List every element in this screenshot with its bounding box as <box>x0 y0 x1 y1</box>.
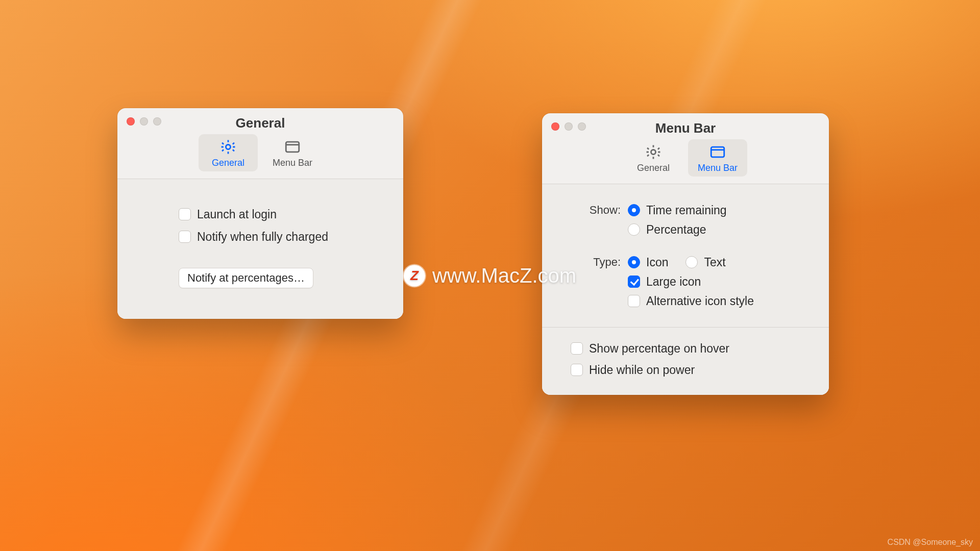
minimize-button[interactable] <box>140 117 148 126</box>
tab-menu-bar-label: Menu Bar <box>698 163 738 173</box>
tab-menu-bar-label: Menu Bar <box>273 158 312 168</box>
window-title: General <box>126 115 395 131</box>
radio-label: Time remaining <box>646 203 727 218</box>
radio-text-type[interactable]: Text <box>685 255 725 270</box>
zoom-button[interactable] <box>578 122 586 131</box>
checkbox-hide-on-power[interactable]: Hide while on power <box>571 362 812 378</box>
checkbox-hover-percentage[interactable]: Show percentage on hover <box>571 341 812 356</box>
radio-icon <box>628 223 640 236</box>
checkbox-icon <box>571 342 583 355</box>
zoom-button[interactable] <box>153 117 161 126</box>
radio-label: Percentage <box>646 222 706 237</box>
gear-icon <box>219 138 237 156</box>
svg-rect-1 <box>286 142 299 152</box>
radio-percentage[interactable]: Percentage <box>628 222 727 237</box>
svg-point-3 <box>651 149 655 154</box>
checkbox-label: Alternative icon style <box>646 293 754 309</box>
minimize-button[interactable] <box>565 122 573 131</box>
checkbox-icon <box>179 208 191 220</box>
label-type: Type: <box>559 255 628 270</box>
svg-rect-4 <box>711 147 724 157</box>
watermark-badge: Z <box>404 265 425 286</box>
checkbox-label: Launch at login <box>197 207 277 222</box>
radio-icon-type[interactable]: Icon <box>628 255 668 270</box>
window-traffic-lights <box>127 117 161 126</box>
checkbox-large-icon[interactable]: Large icon <box>628 274 754 289</box>
prefs-toolbar: General Menu Bar <box>126 134 395 179</box>
radio-icon <box>628 204 640 216</box>
radio-time-remaining[interactable]: Time remaining <box>628 203 727 218</box>
radio-label: Icon <box>646 255 668 270</box>
checkbox-notify-full[interactable]: Notify when fully charged <box>179 229 383 244</box>
window-icon <box>709 143 726 161</box>
prefs-toolbar: General Menu Bar <box>550 139 821 184</box>
checkbox-launch-at-login[interactable]: Launch at login <box>179 207 383 222</box>
tab-general-label: General <box>637 163 670 173</box>
svg-point-0 <box>226 144 230 149</box>
window-general: General General Menu Bar Launch at login <box>117 108 403 319</box>
radio-icon <box>685 256 698 268</box>
checkbox-icon <box>628 295 640 307</box>
window-icon <box>284 138 301 156</box>
tab-general[interactable]: General <box>199 134 258 171</box>
radio-icon <box>628 256 640 268</box>
tab-menu-bar[interactable]: Menu Bar <box>263 134 322 171</box>
close-button[interactable] <box>127 117 135 126</box>
window-traffic-lights <box>551 122 586 131</box>
notify-at-percentages-button[interactable]: Notify at percentages… <box>179 268 313 288</box>
gear-icon <box>645 143 662 161</box>
credit-text: CSDN @Someone_sky <box>888 538 973 547</box>
checkbox-icon <box>628 276 640 288</box>
checkbox-label: Notify when fully charged <box>197 229 328 244</box>
window-menu-bar: Menu Bar General Menu Bar Show: <box>542 113 829 395</box>
close-button[interactable] <box>551 122 559 131</box>
desktop-background: General General Menu Bar Launch at login <box>0 0 980 551</box>
checkbox-label: Show percentage on hover <box>589 341 729 356</box>
tab-general-label: General <box>212 158 244 168</box>
checkbox-icon <box>179 231 191 243</box>
checkbox-label: Large icon <box>646 274 701 289</box>
label-show: Show: <box>559 203 628 218</box>
checkbox-alt-style[interactable]: Alternative icon style <box>628 293 754 309</box>
tab-general[interactable]: General <box>624 139 683 177</box>
radio-label: Text <box>704 255 725 270</box>
window-title: Menu Bar <box>550 120 821 136</box>
checkbox-label: Hide while on power <box>589 362 695 378</box>
checkbox-icon <box>571 364 583 376</box>
tab-menu-bar[interactable]: Menu Bar <box>688 139 747 177</box>
